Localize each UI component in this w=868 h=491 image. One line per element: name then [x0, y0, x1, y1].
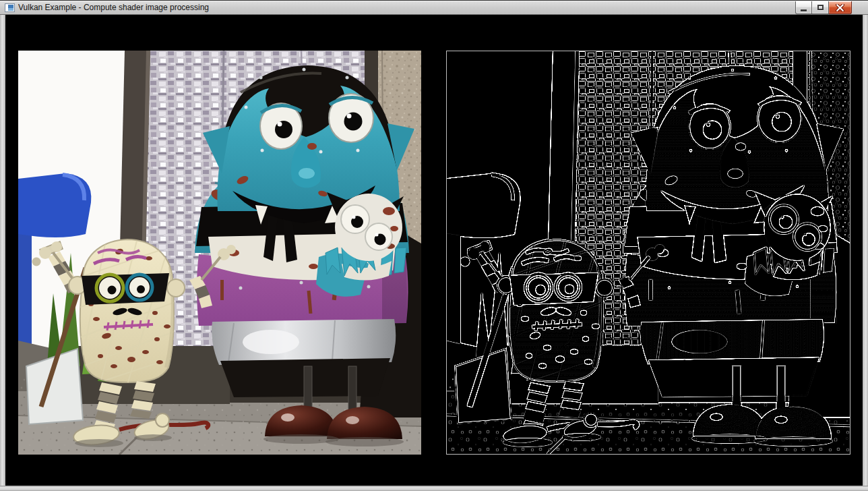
original-image	[18, 51, 421, 455]
minimize-icon	[801, 9, 807, 11]
maximize-button[interactable]	[812, 1, 829, 14]
window-frame-left	[0, 15, 5, 491]
window-controls	[795, 1, 852, 14]
minimize-button[interactable]	[795, 1, 812, 14]
edge-detected-image	[447, 51, 850, 454]
vulkan-example-window: Vulkan Example - Compute shader image pr…	[0, 0, 868, 491]
window-title: Vulkan Example - Compute shader image pr…	[18, 1, 209, 14]
title-bar[interactable]: Vulkan Example - Compute shader image pr…	[0, 0, 868, 15]
window-frame-bottom	[0, 486, 868, 491]
maximize-icon	[817, 5, 824, 10]
render-client-area	[5, 15, 863, 486]
close-button[interactable]	[829, 1, 852, 14]
window-frame-right	[863, 15, 868, 491]
original-image-panel	[18, 51, 421, 455]
close-icon	[836, 4, 844, 11]
app-icon[interactable]	[5, 3, 15, 12]
edge-output-panel	[446, 51, 850, 455]
